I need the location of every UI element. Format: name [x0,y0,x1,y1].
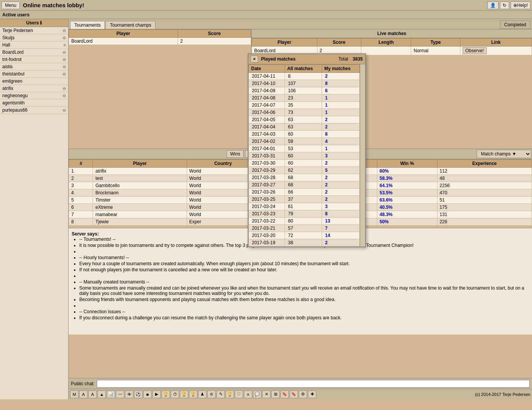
popup-body[interactable]: Date All matches My matches 2017-04-11 8… [248,64,360,247]
clock-icon[interactable]: ⏱ [171,391,179,398]
trophy2-icon[interactable]: 🏆 [180,391,188,398]
popup-row: 2017-04-04 63 2 [249,123,360,131]
sidebar-user-item[interactable]: aistis⊖ [0,63,68,70]
popup-date: 2017-04-06 [249,109,285,116]
sidebar-user-item[interactable]: BoardLord⊖ [0,49,68,56]
user-icon-button[interactable]: 👤 [487,2,498,9]
popup-my-matches: 4 [322,138,360,145]
sidebar-user-item[interactable]: emilgreen [0,78,68,85]
popup-all-matches: 68 [285,174,322,181]
text2-icon[interactable]: A [88,391,97,398]
lb-num: 4 [69,189,93,197]
popup-all-matches: 72 [285,232,322,239]
popup-all-matches: 79 [285,210,322,218]
bookmark-icon[interactable]: 🔖 [280,391,289,398]
lm-link[interactable]: Observe! [460,46,532,55]
lb-exp: 470 [437,189,532,197]
graph-icon[interactable]: 〰 [116,391,124,398]
server-message-item: Becoming friends with tournament opponen… [79,297,529,302]
popup-col-all: All matches [285,65,322,73]
lb-player: Tjewie [93,218,187,226]
copyright: (c) 2014-2017 Terje Pedersen [475,392,530,397]
played-matches-popup: × Played matches Total 3835 Date All mat… [248,53,366,247]
wins-button[interactable]: Wins [227,150,244,158]
popup-all-matches: 60 [285,131,322,138]
add-icon[interactable]: ✚ [308,391,316,398]
chat-icon[interactable]: 💬 [253,391,261,398]
close-icon[interactable]: ✕ [262,391,271,398]
chart-icon[interactable]: 📊 [107,391,115,398]
edit-icon[interactable]: ✎ [216,391,225,398]
popup-date: 2017-03-19 [249,239,285,247]
tab-tournament-champs[interactable]: Tournament champs [106,21,155,29]
lb-player: mamabear [93,211,187,218]
heart-icon[interactable]: ♡ [235,391,243,398]
popup-my-matches: 3 [322,203,360,210]
popup-scrollbar[interactable] [360,64,365,247]
popup-all-matches: 73 [285,109,322,116]
popup-my-matches: 2 [322,189,360,196]
upload-icon[interactable]: ▲ [98,391,106,398]
popup-date: 2017-03-28 [249,174,285,181]
popup-date: 2017-03-30 [249,160,285,167]
sidebar-user-item[interactable]: atrifix⊖ [0,85,68,92]
popup-close-button[interactable]: × [251,56,258,62]
user-name: agentsmith [2,100,66,106]
grid-icon[interactable]: ⊞ [271,391,280,398]
popup-date: 2017-03-29 [249,167,285,174]
settings-icon[interactable]: ⚙ [299,391,307,398]
square-icon[interactable]: ■ [143,391,152,398]
popup-row: 2017-04-01 53 1 [249,145,360,152]
popup-row: 2017-03-24 61 3 [249,203,360,210]
popup-total-value: 3835 [353,56,363,62]
home-icon[interactable]: M [70,391,79,398]
sidebar-user-item[interactable]: purlepaus66⊖ [0,107,68,114]
popup-my-matches: 2 [322,123,360,131]
live-matches-header: Live matches [252,29,532,38]
popup-date: 2017-03-26 [249,189,285,196]
bookmark2-icon[interactable]: 🔖 [290,391,298,398]
user-name: negheonegu [2,93,62,98]
popup-total-label: Total [338,56,348,62]
sidebar-user-item[interactable]: Skuijs⊖ [0,34,68,42]
popup-my-matches: 13 [322,218,360,225]
user-name: Terje Pedersen [2,28,62,33]
play-icon[interactable]: ▶ [152,391,161,398]
user-name: aistis [2,64,62,69]
popup-my-matches: 2 [322,174,360,181]
completed-button[interactable]: Completed [500,21,530,29]
popup-row: 2017-03-31 60 3 [249,152,360,160]
sidebar-user-item[interactable]: Terje Pedersen⊖ [0,27,68,34]
lb-num: 5 [69,197,93,204]
popup-row: 2017-04-08 23 1 [249,94,360,102]
sidebar-user-item[interactable]: theistanbul⊖ [0,70,68,78]
sidebar-user-item[interactable]: negheonegu⊖ [0,92,68,99]
popup-my-matches: 2 [322,196,360,203]
refresh-button[interactable]: ↻ [500,2,509,9]
tournament-row: BoardLord2 [69,38,251,45]
match-champs-select[interactable]: Match champs ▼ Tournament champs [477,150,531,158]
game-icon[interactable]: ⚽ [134,391,143,398]
lb-winpct: 53.5% [377,189,437,197]
popup-my-matches: 2 [322,239,360,247]
tab-bar: Tournaments Tournament champs Completed [69,19,532,29]
trophy4-icon[interactable]: 🏆 [226,391,234,398]
trophy-icon[interactable]: 🏆 [162,391,170,398]
chess-icon[interactable]: ♟ [198,391,207,398]
text-icon[interactable]: A [79,391,88,398]
user-name: tnt-foxtrot [2,57,62,62]
sidebar-user-item[interactable]: tnt-foxtrot⊖ [0,56,68,63]
registered-icon[interactable]: ® [207,391,216,398]
sidebar-user-item[interactable]: Hall≡ [0,42,68,49]
help-button[interactable]: ⊕Help! [511,2,530,9]
trophy3-icon[interactable]: 🏆 [189,391,197,398]
tournament-col-score: Score [178,30,251,38]
list-icon[interactable]: ≡ [244,391,252,398]
tab-tournaments[interactable]: Tournaments [70,21,105,29]
popup-all-matches: 37 [285,196,322,203]
menu-button[interactable]: Menu [2,2,20,9]
sidebar-user-item[interactable]: agentsmith [0,99,68,107]
chat-input[interactable] [97,380,530,388]
view-icon[interactable]: 👁 [125,391,133,398]
lm-col-length: Length [361,38,411,46]
